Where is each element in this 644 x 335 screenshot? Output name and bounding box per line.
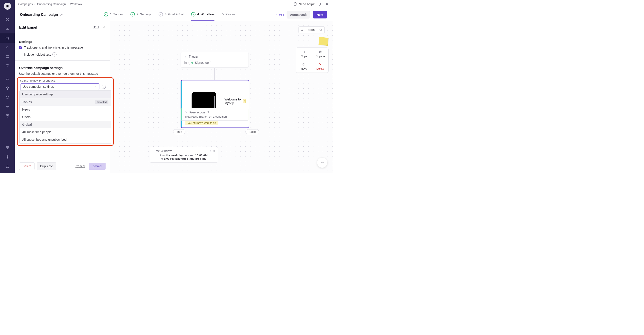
- svg-point-14: [6, 96, 9, 99]
- nav-console-icon[interactable]: [0, 52, 15, 61]
- nav-objects-icon[interactable]: [0, 83, 15, 93]
- svg-point-51: [210, 150, 211, 151]
- close-icon[interactable]: [102, 25, 106, 30]
- svg-point-10: [8, 38, 9, 39]
- group-global: Global: [20, 121, 111, 128]
- override-title: Override campaign settings: [19, 66, 106, 70]
- email-node[interactable]: Welcome to MyApp You still have work to …: [180, 80, 249, 128]
- group-topics: TopicsDisabled: [20, 98, 111, 106]
- trigger-node[interactable]: Trigger inSigned up: [180, 52, 249, 68]
- default-settings-link[interactable]: default settings: [30, 72, 51, 75]
- message-id[interactable]: ID: 3: [94, 26, 99, 29]
- option-use-campaign[interactable]: Use campaign settings: [20, 91, 111, 98]
- subscription-pref-label: SUBSCRIPTION PREFERENCE: [20, 80, 111, 82]
- svg-point-15: [7, 97, 8, 98]
- branch-node[interactable]: Free account? True/False Branch on 1 con…: [180, 108, 249, 121]
- nav-labs-icon[interactable]: [0, 162, 15, 171]
- person-icon: [210, 150, 212, 152]
- copyto-action[interactable]: Copy to: [312, 48, 328, 60]
- true-pill: True: [173, 129, 186, 134]
- workspace-avatar[interactable]: [4, 3, 11, 10]
- svg-rect-42: [319, 51, 321, 53]
- svg-rect-17: [6, 146, 7, 147]
- option-offers[interactable]: Offers: [20, 113, 111, 121]
- settings-label: Settings: [19, 40, 106, 43]
- time-window-node[interactable]: Time Window 0 it until a weekday between…: [150, 147, 218, 163]
- zoom-out-icon[interactable]: [299, 26, 306, 33]
- workflow-canvas[interactable]: 100% Copy Copy to Move Delete: [110, 21, 332, 173]
- nav-collections-icon[interactable]: [0, 143, 15, 152]
- svg-point-37: [320, 29, 321, 30]
- nav-inbox-icon[interactable]: [0, 61, 15, 70]
- holdout-help-icon[interactable]: ?: [52, 52, 56, 56]
- nav-people-icon[interactable]: [0, 74, 15, 83]
- crumb-onboarding[interactable]: Onboarding Campaign: [37, 2, 66, 6]
- nav-activity-icon[interactable]: [0, 102, 15, 111]
- notifications-icon[interactable]: [318, 2, 322, 6]
- track-opens-checkbox[interactable]: Track opens and link clicks in this mess…: [19, 46, 106, 49]
- step-trigger[interactable]: 1. Trigger: [104, 8, 123, 21]
- holdout-checkbox[interactable]: Include holdout test ?: [19, 52, 106, 56]
- nav-broadcasts-icon[interactable]: [0, 43, 15, 52]
- help-link[interactable]: Need help?: [293, 2, 314, 6]
- crumb-workflow: Workflow: [70, 2, 82, 6]
- svg-line-38: [321, 30, 322, 31]
- next-button[interactable]: Next: [313, 11, 327, 18]
- nav-campaigns-icon[interactable]: [0, 33, 15, 43]
- highlight-box: SUBSCRIPTION PREFERENCE Use campaign set…: [17, 77, 114, 146]
- svg-point-24: [326, 3, 328, 4]
- nav-segments-icon[interactable]: [0, 93, 15, 102]
- side-panel: Edit Email ID: 3 Settings Track opens an…: [15, 21, 110, 173]
- zoom-level: 100%: [306, 28, 317, 32]
- nav-dashboard-icon[interactable]: [0, 15, 15, 24]
- false-pill: False: [246, 129, 259, 134]
- svg-rect-11: [6, 55, 9, 58]
- campaign-title: Onboarding Campaign: [20, 13, 63, 17]
- condition-link[interactable]: 1 condition: [213, 115, 227, 118]
- topbar: Campaigns / Onboarding Campaign / Workfl…: [15, 0, 332, 8]
- node-actions: Copy Copy to Move Delete: [296, 47, 328, 73]
- account-icon[interactable]: [325, 2, 329, 6]
- cancel-link[interactable]: Cancel: [76, 164, 85, 168]
- svg-line-31: [303, 30, 304, 31]
- step-settings[interactable]: 2. Settings: [130, 8, 151, 21]
- more-fab[interactable]: [317, 158, 327, 168]
- sticky-note[interactable]: [318, 37, 328, 46]
- nav-settings-icon[interactable]: [0, 152, 15, 162]
- chevron-down-icon: [94, 85, 97, 88]
- nav-analytics-icon[interactable]: [0, 24, 15, 33]
- exit-link[interactable]: Exit: [276, 13, 284, 16]
- delete-action[interactable]: Delete: [312, 60, 328, 72]
- svg-point-53: [322, 162, 323, 163]
- svg-point-21: [7, 157, 8, 158]
- stepbar: Onboarding Campaign 1. Trigger 2. Settin…: [15, 8, 332, 21]
- duplicate-button[interactable]: Duplicate: [37, 162, 56, 170]
- nav-data-icon[interactable]: [0, 111, 15, 120]
- svg-point-23: [295, 5, 296, 5]
- svg-rect-0: [6, 5, 8, 7]
- subpref-help-icon[interactable]: ?: [102, 85, 106, 89]
- doc-icon: [243, 99, 246, 103]
- search-icon[interactable]: [317, 26, 324, 33]
- svg-point-12: [7, 78, 8, 79]
- option-news[interactable]: News: [20, 106, 111, 113]
- crumb-campaigns[interactable]: Campaigns: [18, 2, 33, 6]
- move-action[interactable]: Move: [296, 60, 312, 72]
- svg-point-52: [321, 162, 322, 163]
- delete-button[interactable]: Delete: [19, 162, 34, 170]
- autosaved-badge: Autosaved!: [286, 11, 310, 18]
- edit-icon[interactable]: [60, 13, 63, 16]
- subscription-pref-select[interactable]: Use campaign settings: [20, 83, 100, 90]
- step-goal[interactable]: 3. Goal & Exit: [158, 8, 184, 21]
- subscription-pref-dropdown: Use campaign settings TopicsDisabled New…: [19, 90, 111, 144]
- help-text: Need help?: [299, 2, 314, 6]
- step-review[interactable]: 5. Review: [222, 8, 235, 21]
- option-all-subscribed[interactable]: All subscribed people: [20, 128, 111, 136]
- panel-title: Edit Email: [19, 25, 37, 30]
- svg-point-45: [191, 62, 193, 63]
- step-workflow[interactable]: 4. Workflow: [191, 8, 214, 21]
- svg-rect-18: [8, 146, 8, 147]
- option-all-sub-unsub[interactable]: All subscribed and unsubscribed: [20, 136, 111, 143]
- copy-action[interactable]: Copy: [296, 48, 312, 60]
- svg-rect-19: [6, 148, 7, 149]
